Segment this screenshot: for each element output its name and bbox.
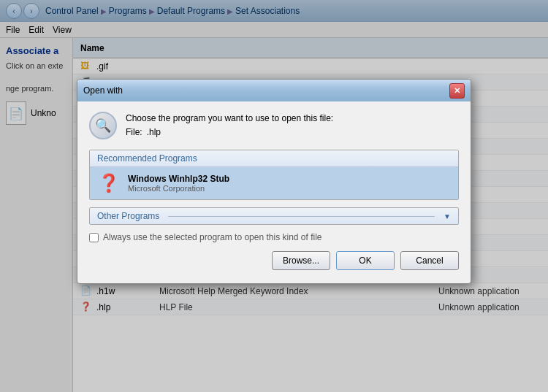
modal-titlebar: Open with ✕ xyxy=(77,80,471,101)
modal-title: Open with xyxy=(83,85,123,96)
modal-top-section: 🔍 Choose the program you want to use to … xyxy=(89,112,459,139)
button-row: Browse... OK Cancel xyxy=(89,251,459,270)
modal-body: 🔍 Choose the program you want to use to … xyxy=(77,101,471,283)
program-icon-winhlp32: ❓ xyxy=(97,172,121,195)
recommended-programs-section: Recommended Programs ❓ Windows Winhlp32 … xyxy=(89,150,459,200)
open-with-dialog: Open with ✕ 🔍 Choose the program you wan… xyxy=(77,79,471,284)
recommended-programs-header: Recommended Programs xyxy=(90,150,458,167)
modal-top-info: Choose the program you want to use to op… xyxy=(126,112,333,137)
program-name-winhlp32: Windows Winhlp32 Stub xyxy=(128,174,229,184)
modal-choose-text: Choose the program you want to use to op… xyxy=(126,112,333,126)
other-programs-label: Other Programs xyxy=(97,211,159,221)
modal-overlay: Open with ✕ 🔍 Choose the program you wan… xyxy=(0,0,548,392)
program-company-winhlp32: Microsoft Corporation xyxy=(128,184,229,193)
program-item-winhlp32[interactable]: ❓ Windows Winhlp32 Stub Microsoft Corpor… xyxy=(90,167,458,199)
modal-bottom-section: Always use the selected program to open … xyxy=(89,232,459,273)
modal-file-label: File: xyxy=(126,127,142,137)
checkbox-row: Always use the selected program to open … xyxy=(89,232,459,242)
browse-button[interactable]: Browse... xyxy=(272,251,330,270)
chevron-down-icon: ▼ xyxy=(444,212,451,220)
checkbox-label: Always use the selected program to open … xyxy=(103,232,322,242)
program-info-winhlp32: Windows Winhlp32 Stub Microsoft Corporat… xyxy=(128,174,229,193)
always-use-checkbox[interactable] xyxy=(89,233,99,242)
modal-close-button[interactable]: ✕ xyxy=(449,83,465,99)
ok-button[interactable]: OK xyxy=(336,251,395,270)
other-programs-section[interactable]: Other Programs ▼ xyxy=(89,207,459,225)
modal-file-value: .hlp xyxy=(147,127,161,137)
cancel-button[interactable]: Cancel xyxy=(400,251,459,270)
search-icon: 🔍 xyxy=(89,112,117,139)
modal-file-row: File: .hlp xyxy=(126,127,333,137)
